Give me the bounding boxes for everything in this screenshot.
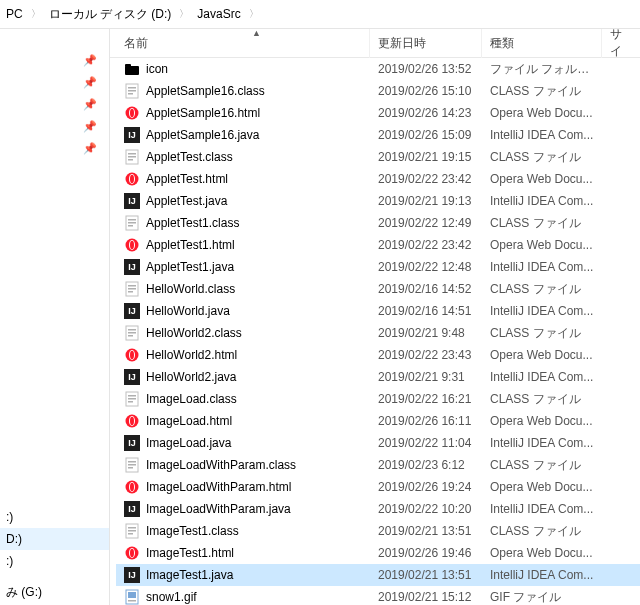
file-type-cell: CLASS ファイル — [482, 281, 602, 298]
file-name-cell[interactable]: ImageLoad.class — [116, 391, 370, 407]
svg-rect-11 — [128, 156, 136, 158]
sidebar-drive-item[interactable]: :) — [0, 506, 109, 528]
column-header-name[interactable]: 名前 ▲ — [116, 29, 370, 58]
svg-rect-30 — [128, 335, 133, 337]
file-name-label: ImageLoadWithParam.html — [146, 480, 291, 494]
class-file-icon — [124, 215, 140, 231]
opera-icon — [124, 105, 140, 121]
file-name-cell[interactable]: AppletTest.class — [116, 149, 370, 165]
file-name-label: AppletTest.java — [146, 194, 227, 208]
file-row[interactable]: ImageLoadWithParam.class2019/02/23 6:12C… — [116, 454, 640, 476]
opera-icon — [124, 237, 140, 253]
file-row[interactable]: AppletSample16.html2019/02/26 14:23Opera… — [116, 102, 640, 124]
svg-rect-5 — [128, 93, 133, 95]
column-header-name-label: 名前 — [124, 35, 148, 52]
file-name-cell[interactable]: IJ ImageTest1.java — [116, 567, 370, 583]
file-row[interactable]: ImageLoadWithParam.html2019/02/26 19:24O… — [116, 476, 640, 498]
file-row[interactable]: AppletSample16.class2019/02/26 15:10CLAS… — [116, 80, 640, 102]
file-row[interactable]: IJ ImageLoadWithParam.java2019/02/22 10:… — [116, 498, 640, 520]
file-name-cell[interactable]: snow1.gif — [116, 589, 370, 605]
file-row[interactable]: IJ ImageLoad.java2019/02/22 11:04Intelli… — [116, 432, 640, 454]
file-name-cell[interactable]: ImageLoadWithParam.html — [116, 479, 370, 495]
file-name-cell[interactable]: HelloWorld2.html — [116, 347, 370, 363]
column-header-date[interactable]: 更新日時 — [370, 29, 482, 58]
file-list[interactable]: icon2019/02/26 13:52ファイル フォルダー AppletSam… — [110, 58, 640, 605]
file-name-cell[interactable]: IJ AppletTest1.java — [116, 259, 370, 275]
file-row[interactable]: ImageTest1.html2019/02/26 19:46Opera Web… — [116, 542, 640, 564]
file-row[interactable]: HelloWorld2.html2019/02/22 23:43Opera We… — [116, 344, 640, 366]
svg-rect-12 — [128, 159, 133, 161]
intellij-icon: IJ — [124, 193, 140, 209]
file-row[interactable]: AppletTest.class2019/02/21 19:15CLASS ファ… — [116, 146, 640, 168]
file-row[interactable]: IJ AppletTest.java2019/02/21 19:13Intell… — [116, 190, 640, 212]
file-row[interactable]: snow1.gif2019/02/21 15:12GIF ファイル — [116, 586, 640, 605]
svg-rect-24 — [128, 285, 136, 287]
breadcrumb-item-pc[interactable]: PC — [6, 7, 23, 21]
column-header-type-label: 種類 — [490, 35, 514, 52]
file-row[interactable]: icon2019/02/26 13:52ファイル フォルダー — [116, 58, 640, 80]
pinned-icon: 📌 — [0, 71, 109, 93]
column-headers[interactable]: 名前 ▲ 更新日時 種類 サイ — [110, 29, 640, 58]
file-name-cell[interactable]: AppletSample16.class — [116, 83, 370, 99]
sidebar-drive-item[interactable]: D:) — [0, 528, 109, 550]
file-row[interactable]: AppletTest1.class2019/02/22 12:49CLASS フ… — [116, 212, 640, 234]
file-row[interactable]: IJ AppletTest1.java2019/02/22 12:48Intel… — [116, 256, 640, 278]
class-file-icon — [124, 523, 140, 539]
sidebar-drive-item[interactable]: :) — [0, 550, 109, 572]
file-name-cell[interactable]: HelloWorld.class — [116, 281, 370, 297]
svg-rect-29 — [128, 332, 136, 334]
file-name-label: AppletTest1.html — [146, 238, 235, 252]
breadcrumb-item-folder[interactable]: JavaSrc — [197, 7, 240, 21]
file-name-cell[interactable]: AppletTest1.class — [116, 215, 370, 231]
file-name-cell[interactable]: HelloWorld2.class — [116, 325, 370, 341]
file-name-cell[interactable]: icon — [116, 61, 370, 77]
file-row[interactable]: IJ HelloWorld2.java2019/02/21 9:31Intell… — [116, 366, 640, 388]
file-name-label: AppletTest1.class — [146, 216, 239, 230]
column-header-type[interactable]: 種類 — [482, 29, 602, 58]
intellij-icon: IJ — [124, 259, 140, 275]
file-row[interactable]: HelloWorld2.class2019/02/21 9:48CLASS ファ… — [116, 322, 640, 344]
file-type-cell: CLASS ファイル — [482, 215, 602, 232]
file-name-cell[interactable]: IJ AppletSample16.java — [116, 127, 370, 143]
file-row[interactable]: HelloWorld.class2019/02/16 14:52CLASS ファ… — [116, 278, 640, 300]
file-row[interactable]: ImageTest1.class2019/02/21 13:51CLASS ファ… — [116, 520, 640, 542]
file-row[interactable]: ImageLoad.class2019/02/22 16:21CLASS ファイ… — [116, 388, 640, 410]
file-type-cell: CLASS ファイル — [482, 457, 602, 474]
file-name-cell[interactable]: AppletTest1.html — [116, 237, 370, 253]
file-name-cell[interactable]: ImageLoad.html — [116, 413, 370, 429]
file-type-cell: IntelliJ IDEA Com... — [482, 304, 602, 318]
svg-point-40 — [130, 417, 134, 425]
file-name-cell[interactable]: IJ AppletTest.java — [116, 193, 370, 209]
file-name-cell[interactable]: ImageTest1.class — [116, 523, 370, 539]
opera-icon — [124, 545, 140, 561]
file-row[interactable]: AppletTest.html2019/02/22 23:42Opera Web… — [116, 168, 640, 190]
file-row[interactable]: AppletTest1.html2019/02/22 23:42Opera We… — [116, 234, 640, 256]
intellij-icon: IJ — [124, 303, 140, 319]
sidebar-drive-item[interactable] — [0, 572, 109, 580]
file-type-cell: IntelliJ IDEA Com... — [482, 260, 602, 274]
breadcrumb[interactable]: PC 〉 ローカル ディスク (D:) 〉 JavaSrc 〉 — [0, 0, 640, 29]
file-name-cell[interactable]: ImageLoadWithParam.class — [116, 457, 370, 473]
svg-point-15 — [130, 175, 134, 183]
file-row[interactable]: ImageLoad.html2019/02/26 16:11Opera Web … — [116, 410, 640, 432]
file-name-cell[interactable]: IJ ImageLoadWithParam.java — [116, 501, 370, 517]
file-name-cell[interactable]: AppletSample16.html — [116, 105, 370, 121]
file-name-cell[interactable]: IJ ImageLoad.java — [116, 435, 370, 451]
file-date-cell: 2019/02/26 15:09 — [370, 128, 482, 142]
file-name-label: HelloWorld.java — [146, 304, 230, 318]
breadcrumb-item-drive[interactable]: ローカル ディスク (D:) — [49, 6, 172, 23]
file-row[interactable]: IJ HelloWorld.java2019/02/16 14:51Intell… — [116, 300, 640, 322]
file-date-cell: 2019/02/26 19:46 — [370, 546, 482, 560]
file-name-cell[interactable]: IJ HelloWorld2.java — [116, 369, 370, 385]
file-name-cell[interactable]: AppletTest.html — [116, 171, 370, 187]
file-type-cell: CLASS ファイル — [482, 83, 602, 100]
file-date-cell: 2019/02/16 14:52 — [370, 282, 482, 296]
file-row[interactable]: IJ AppletSample16.java2019/02/26 15:09In… — [116, 124, 640, 146]
file-date-cell: 2019/02/22 23:42 — [370, 172, 482, 186]
file-name-cell[interactable]: ImageTest1.html — [116, 545, 370, 561]
svg-point-54 — [130, 549, 134, 557]
file-name-cell[interactable]: IJ HelloWorld.java — [116, 303, 370, 319]
file-row[interactable]: IJ ImageTest1.java2019/02/21 13:51Intell… — [116, 564, 640, 586]
file-name-label: ImageLoad.html — [146, 414, 232, 428]
sidebar-drive-item[interactable]: み (G:) — [0, 580, 109, 605]
